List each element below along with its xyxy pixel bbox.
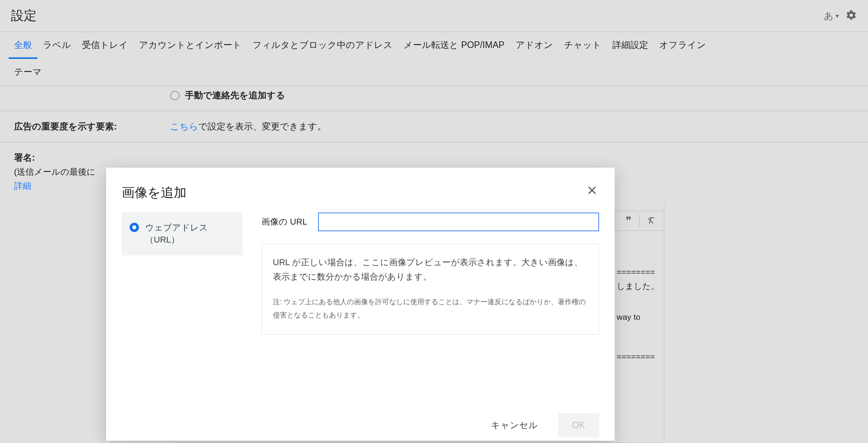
tab-labels[interactable]: ラベル [37, 32, 76, 59]
tab-themes[interactable]: テーマ [9, 59, 47, 86]
settings-header: 設定 あ ▼ [0, 0, 868, 32]
tab-forwarding-pop-imap[interactable]: メール転送と POP/IMAP [398, 32, 510, 59]
tab-addons[interactable]: アドオン [510, 32, 559, 59]
image-url-label: 画像の URL [261, 216, 307, 228]
web-address-label: ウェブアドレス（URL） [145, 222, 235, 246]
contacts-manual-option[interactable]: 手動で連絡先を追加する [170, 89, 854, 101]
tab-general[interactable]: 全般 [9, 32, 37, 59]
tab-offline[interactable]: オフライン [654, 32, 711, 59]
ads-text-after: で設定を表示、変更できます。 [198, 121, 326, 131]
radio-icon [170, 91, 180, 100]
ok-button[interactable]: OK [558, 413, 599, 438]
preview-placeholder-text: URL が正しい場合は、ここに画像プレビューが表示されます。大きい画像は、表示ま… [273, 255, 588, 284]
tab-inbox[interactable]: 受信トレイ [76, 32, 133, 59]
input-method-switch[interactable]: あ ▼ [824, 10, 840, 22]
page-title: 設定 [11, 7, 37, 25]
ads-importance-label: 広告の重要度を示す要素: [14, 121, 117, 131]
contacts-row: 手動で連絡先を追加する [0, 86, 868, 111]
modal-title: 画像を追加 [106, 168, 615, 213]
gear-icon[interactable] [845, 9, 857, 23]
ads-settings-link[interactable]: こちら [170, 121, 198, 131]
tab-filters-blocked[interactable]: フィルタとブロック中のアドレス [247, 32, 398, 59]
preview-note-text: 注: ウェブ上にある他人の画像を許可なしに使用することは、マナー違反になるばかり… [273, 295, 588, 322]
contacts-manual-label: 手動で連絡先を追加する [185, 89, 285, 101]
web-address-option[interactable]: ウェブアドレス（URL） [122, 213, 243, 255]
ads-importance-row: 広告の重要度を示す要素: こちらで設定を表示、変更できます。 [0, 111, 868, 142]
add-image-modal: 画像を追加 ウェブアドレス（URL） 画像の URL URL が正しい場合は、こ… [106, 168, 615, 441]
settings-tabs: 全般 ラベル 受信トレイ アカウントとインポート フィルタとブロック中のアドレス… [0, 32, 868, 86]
cancel-button[interactable]: キャンセル [481, 412, 548, 438]
tab-accounts-import[interactable]: アカウントとインポート [133, 32, 247, 59]
image-preview-box: URL が正しい場合は、ここに画像プレビューが表示されます。大きい画像は、表示ま… [261, 244, 599, 335]
signature-detail-link[interactable]: 詳細 [14, 180, 31, 192]
close-button[interactable] [585, 183, 599, 197]
signature-label: 署名: [14, 152, 170, 164]
input-method-label: あ [824, 10, 834, 22]
radio-selected-icon [130, 223, 139, 232]
caret-down-icon: ▼ [834, 13, 840, 19]
tab-chat[interactable]: チャット [559, 32, 607, 59]
image-url-input[interactable] [318, 213, 599, 231]
tab-advanced[interactable]: 詳細設定 [607, 32, 654, 59]
